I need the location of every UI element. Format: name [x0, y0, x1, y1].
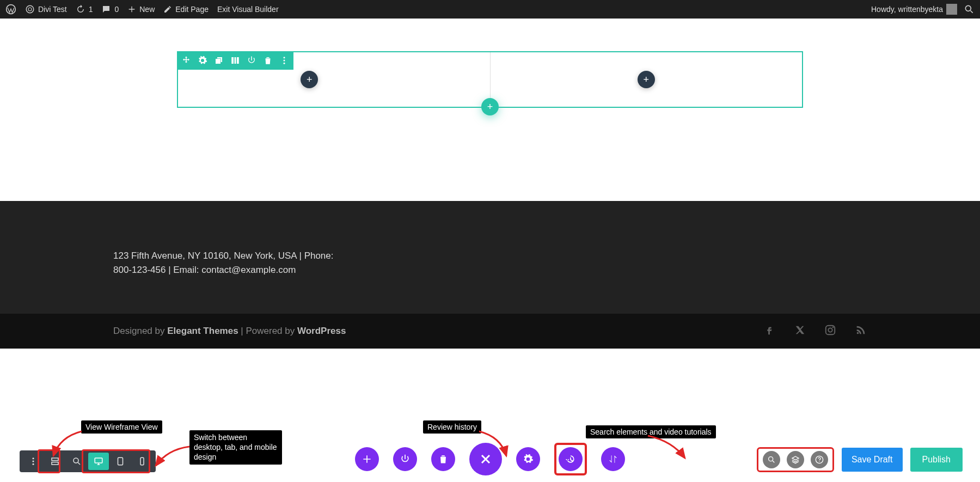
svg-point-10: [33, 457, 34, 459]
divi-section[interactable]: + + +: [177, 51, 803, 108]
site-title: Divi Test: [38, 5, 67, 14]
tablet-view-button[interactable]: [110, 453, 131, 470]
annotation-tooltip: Switch between desktop, tab, and mobile …: [189, 430, 282, 465]
layers-button[interactable]: [787, 451, 804, 468]
add-module-button[interactable]: +: [638, 71, 655, 88]
svg-rect-14: [52, 462, 58, 465]
wordpress-link[interactable]: WordPress: [297, 326, 346, 336]
svg-point-12: [33, 463, 34, 465]
power-button[interactable]: [393, 447, 417, 471]
svg-point-21: [819, 461, 819, 462]
edit-page-menu[interactable]: Edit Page: [163, 5, 209, 14]
svg-point-9: [832, 326, 834, 328]
social-links: [763, 324, 867, 339]
svg-point-19: [769, 457, 773, 461]
svg-point-11: [33, 461, 34, 462]
builder-right-actions: Save Draft Publish: [757, 447, 963, 472]
avatar: [946, 4, 957, 15]
svg-point-1: [26, 5, 34, 13]
builder-bottom-bar: Save Draft Publish View Wireframe View S…: [0, 422, 980, 482]
svg-rect-16: [95, 458, 102, 463]
search-icon[interactable]: [964, 4, 975, 15]
help-button[interactable]: [811, 451, 828, 468]
svg-point-8: [828, 328, 832, 332]
annotation-highlight: [554, 443, 587, 475]
sort-button[interactable]: [601, 447, 625, 471]
annotation-tooltip: Search elements and video tutorials: [586, 425, 716, 438]
builder-center-actions: [355, 443, 625, 475]
view-mode-dock: [20, 450, 156, 472]
edit-page-label: Edit Page: [175, 5, 209, 14]
svg-point-3: [965, 5, 971, 11]
wp-admin-bar: Divi Test 1 0 New Edit Page Exit Visual …: [0, 0, 980, 19]
x-icon[interactable]: [794, 324, 806, 339]
annotation-tooltip: View Wireframe View: [81, 420, 162, 434]
annotation-highlight: [757, 447, 834, 472]
wordpress-logo-icon[interactable]: [5, 4, 16, 15]
annotation-tooltip: Review history: [423, 420, 481, 434]
save-draft-button[interactable]: Save Draft: [842, 448, 903, 472]
footer-bottom: Designed by Elegant Themes | Powered by …: [0, 314, 980, 349]
wireframe-view-button[interactable]: [45, 453, 65, 470]
updates-count: 1: [89, 5, 93, 14]
howdy-user[interactable]: Howdy, writtenbyekta: [871, 4, 957, 15]
column-2[interactable]: +: [490, 52, 803, 107]
page-footer: 123 Fifth Avenue, NY 10160, New York, US…: [0, 201, 980, 314]
desktop-view-button[interactable]: [88, 453, 109, 470]
elegant-themes-link[interactable]: Elegant Themes: [167, 326, 238, 336]
history-button[interactable]: [559, 447, 583, 471]
add-section-button[interactable]: +: [481, 98, 499, 115]
site-menu[interactable]: Divi Test: [25, 4, 67, 14]
close-builder-button[interactable]: [469, 443, 502, 475]
svg-rect-13: [52, 458, 58, 461]
publish-button[interactable]: Publish: [910, 448, 963, 472]
facebook-icon[interactable]: [763, 324, 775, 339]
instagram-icon[interactable]: [824, 324, 836, 339]
rss-icon[interactable]: [855, 324, 867, 339]
mobile-view-button[interactable]: [132, 453, 152, 470]
comments-menu[interactable]: 0: [101, 4, 119, 14]
comments-count: 0: [114, 5, 119, 14]
admin-bar-right: Howdy, writtenbyekta: [871, 4, 975, 15]
footer-credits: Designed by Elegant Themes | Powered by …: [113, 326, 346, 337]
svg-point-15: [74, 458, 78, 463]
footer-address: 123 Fifth Avenue, NY 10160, New York, US…: [113, 249, 353, 278]
add-button[interactable]: [355, 447, 379, 471]
admin-bar-left: Divi Test 1 0 New Edit Page Exit Visual …: [5, 4, 279, 15]
settings-button[interactable]: [516, 447, 540, 471]
updates-menu[interactable]: 1: [76, 4, 93, 14]
new-label: New: [139, 5, 155, 14]
add-module-button[interactable]: +: [301, 71, 318, 88]
svg-point-2: [28, 8, 32, 11]
search-elements-button[interactable]: [763, 451, 780, 468]
svg-rect-18: [140, 457, 144, 465]
new-menu[interactable]: New: [127, 5, 155, 14]
zoom-view-button[interactable]: [66, 453, 87, 470]
trash-button[interactable]: [431, 447, 455, 471]
builder-canvas: + + +: [0, 19, 980, 201]
column-1[interactable]: +: [178, 52, 490, 107]
dock-more-icon[interactable]: [23, 453, 44, 470]
annotation-arrow: [151, 444, 195, 471]
exit-visual-builder[interactable]: Exit Visual Builder: [217, 5, 279, 14]
svg-rect-17: [118, 457, 123, 465]
